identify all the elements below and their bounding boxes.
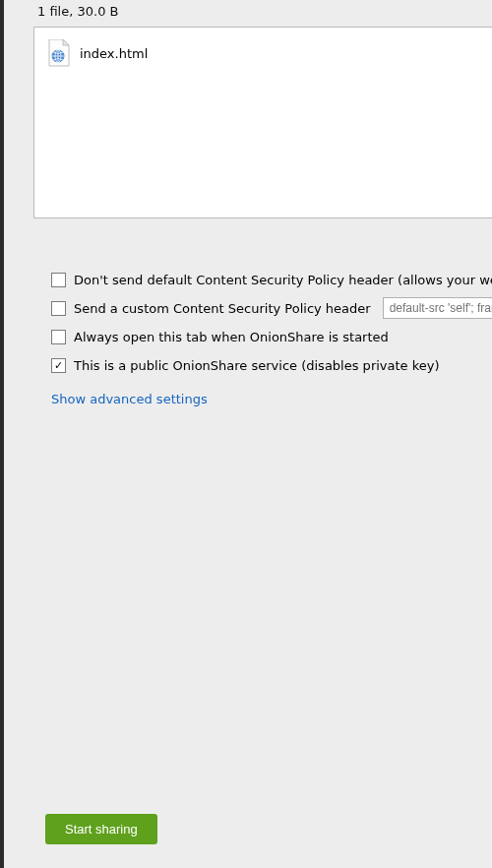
option-csp-default[interactable]: Don't send default Content Security Poli… [51,270,492,289]
option-public-service[interactable]: ✓ This is a public OnionShare service (d… [51,355,492,375]
option-csp-custom[interactable]: Send a custom Content Security Policy he… [51,298,492,318]
file-name: index.html [80,46,148,61]
option-label: Send a custom Content Security Policy he… [74,301,371,316]
option-label: This is a public OnionShare service (dis… [74,358,440,373]
checkbox[interactable] [51,330,66,344]
start-sharing-button[interactable]: Start sharing [45,814,157,844]
list-item[interactable]: index.html [46,39,492,67]
option-label: Always open this tab when OnionShare is … [74,330,389,344]
html-file-icon [46,39,70,67]
checkbox[interactable] [51,273,66,287]
csp-input[interactable] [383,297,492,319]
checkbox[interactable] [51,301,66,316]
options-panel: Don't send default Content Security Poli… [33,270,492,406]
checkbox[interactable]: ✓ [51,358,66,373]
file-summary: 1 file, 30.0 B [33,4,492,19]
option-label: Don't send default Content Security Poli… [74,273,492,287]
option-always-open[interactable]: Always open this tab when OnionShare is … [51,327,492,346]
show-advanced-settings-link[interactable]: Show advanced settings [51,392,492,406]
file-list[interactable]: index.html [33,27,492,218]
